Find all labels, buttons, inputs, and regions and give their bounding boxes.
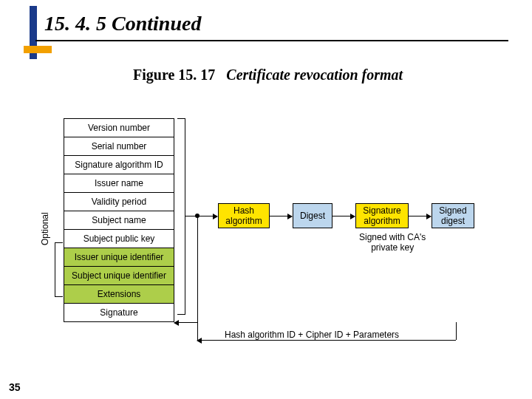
field-row: Validity period (64, 192, 174, 211)
field-stack: Version numberSerial numberSignature alg… (64, 118, 174, 322)
field-row: Issuer unique identifier (64, 248, 174, 266)
field-row: Issuer name (64, 174, 174, 192)
optional-label: Optional (40, 212, 50, 245)
signature-algorithm-box: Signature algorithm (355, 203, 409, 228)
arrow-stack-to-hash (185, 216, 217, 216)
field-row: Serial number (64, 137, 174, 155)
feedback-right-vline (456, 322, 457, 340)
field-row: Signature (64, 303, 174, 322)
field-row: Subject name (64, 211, 174, 229)
all-rows-bracket (177, 118, 185, 315)
field-row: Version number (64, 118, 174, 137)
field-row: Subject public key (64, 229, 174, 248)
field-row: Signature algorithm ID (64, 155, 174, 174)
diagram: Version numberSerial numberSignature alg… (34, 118, 507, 355)
feedback-left-vstub (197, 322, 198, 340)
figure-title: Certificate revocation format (226, 66, 403, 83)
heading-underline (35, 40, 508, 41)
signing-note: Signed with CA's private key (359, 232, 426, 253)
hash-algorithm-box: Hash algorithm (218, 203, 270, 228)
feedback-vline (197, 216, 198, 322)
arrow-feedback-into-signature (174, 322, 197, 323)
section-heading: 15. 4. 5 Continued (44, 12, 201, 35)
arrow-digest-to-sigalg (332, 216, 355, 216)
feedback-label: Hash algorithm ID + Cipher ID + Paramete… (225, 330, 399, 340)
page-number: 35 (9, 381, 21, 393)
figure-number: Figure 15. 17 (133, 66, 215, 83)
arrow-hash-to-digest (270, 216, 292, 216)
figure-caption: Figure 15. 17 Certificate revocation for… (133, 66, 403, 83)
arrow-sigalg-to-signed (409, 216, 431, 216)
field-row: Extensions (64, 284, 174, 303)
field-row: Subject unique identifier (64, 266, 174, 284)
accent-bar-horizontal (24, 46, 52, 53)
signed-digest-box: Signed digest (432, 203, 474, 228)
digest-box: Digest (293, 203, 332, 228)
feedback-long-line (197, 340, 456, 341)
optional-bracket (55, 242, 63, 297)
